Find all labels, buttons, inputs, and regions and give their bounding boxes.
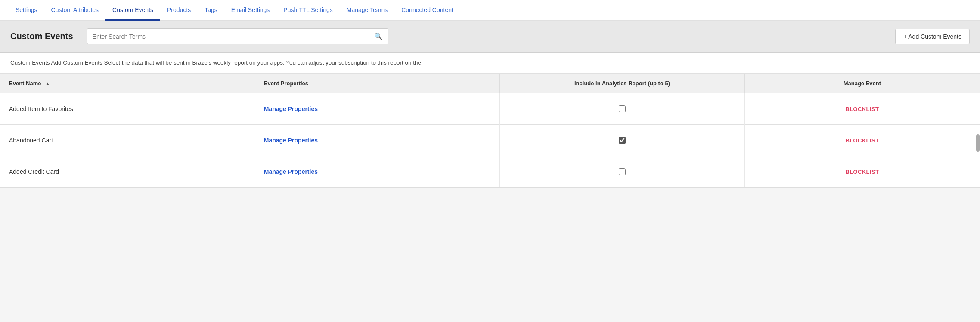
analytics-checkbox-wrapper [509, 137, 736, 144]
manage-properties-link[interactable]: Manage Properties [264, 168, 318, 175]
table-row: Added Item to Favorites Manage Propertie… [0, 93, 980, 125]
description-bar: Custom Events Add Custom Events Select t… [0, 53, 980, 74]
manage-properties-link[interactable]: Manage Properties [264, 105, 318, 112]
search-button[interactable]: 🔍 [369, 29, 388, 44]
nav-item-email-settings[interactable]: Email Settings [224, 0, 276, 21]
analytics-cell [500, 156, 745, 188]
event-properties-cell: Manage Properties [255, 156, 500, 188]
description-text: Custom Events Add Custom Events Select t… [10, 59, 421, 66]
blocklist-button[interactable]: BLOCKLIST [754, 169, 971, 175]
analytics-cell [500, 93, 745, 125]
nav-item-products[interactable]: Products [160, 0, 198, 21]
page-title: Custom Events [10, 31, 73, 41]
analytics-checkbox[interactable] [619, 168, 626, 175]
blocklist-button[interactable]: BLOCKLIST [754, 137, 971, 144]
analytics-checkbox[interactable] [619, 137, 626, 144]
nav-item-push-ttl[interactable]: Push TTL Settings [276, 0, 339, 21]
manage-event-cell: BLOCKLIST [744, 93, 980, 125]
search-input[interactable] [87, 30, 369, 43]
col-header-analytics: Include in Analytics Report (up to 5) [500, 74, 745, 93]
table-row: Added Credit Card Manage Properties BLOC… [0, 156, 980, 188]
col-header-event-name: Event Name ▲ [0, 74, 255, 93]
scrollbar[interactable] [976, 134, 980, 152]
add-custom-events-button[interactable]: + Add Custom Events [895, 29, 970, 44]
nav-item-custom-events[interactable]: Custom Events [105, 0, 160, 21]
analytics-checkbox-wrapper [509, 168, 736, 175]
col-header-event-properties: Event Properties [255, 74, 500, 93]
nav-item-settings[interactable]: Settings [9, 0, 44, 21]
manage-event-cell: BLOCKLIST [744, 156, 980, 188]
top-nav: Settings Custom Attributes Custom Events… [0, 0, 980, 21]
col-header-manage-event: Manage Event [744, 74, 980, 93]
event-properties-cell: Manage Properties [255, 93, 500, 125]
page-header: Custom Events 🔍 + Add Custom Events [0, 21, 980, 53]
analytics-cell [500, 125, 745, 156]
nav-item-tags[interactable]: Tags [198, 0, 224, 21]
sort-icon[interactable]: ▲ [45, 81, 50, 86]
manage-event-cell: BLOCKLIST [744, 125, 980, 156]
nav-item-custom-attributes[interactable]: Custom Attributes [44, 0, 106, 21]
table-row: Abandoned Cart Manage Properties BLOCKLI… [0, 125, 980, 156]
events-table-container: Event Name ▲ Event Properties Include in… [0, 74, 980, 188]
manage-properties-link[interactable]: Manage Properties [264, 137, 318, 144]
nav-item-connected-content[interactable]: Connected Content [394, 0, 460, 21]
search-wrapper: 🔍 [87, 28, 388, 44]
event-name-cell: Added Item to Favorites [0, 93, 255, 125]
events-table: Event Name ▲ Event Properties Include in… [0, 74, 980, 187]
analytics-checkbox[interactable] [619, 105, 626, 112]
nav-item-manage-teams[interactable]: Manage Teams [340, 0, 394, 21]
event-name-cell: Added Credit Card [0, 156, 255, 188]
event-name-cell: Abandoned Cart [0, 125, 255, 156]
search-icon: 🔍 [374, 33, 383, 40]
analytics-checkbox-wrapper [509, 105, 736, 112]
table-header-row: Event Name ▲ Event Properties Include in… [0, 74, 980, 93]
blocklist-button[interactable]: BLOCKLIST [754, 106, 971, 112]
event-properties-cell: Manage Properties [255, 125, 500, 156]
